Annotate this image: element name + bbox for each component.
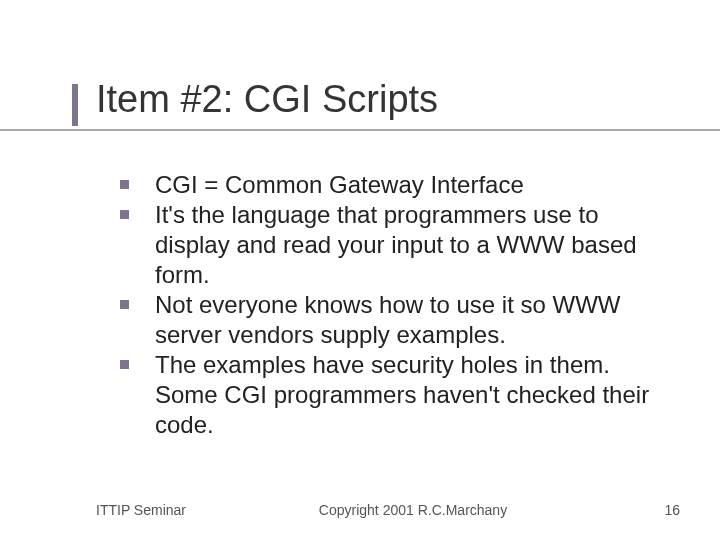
square-bullet-icon [120, 300, 129, 309]
list-item: It's the language that programmers use t… [120, 200, 660, 290]
bullet-text: CGI = Common Gateway Interface [155, 170, 524, 200]
content-area: CGI = Common Gateway Interface It's the … [120, 170, 660, 440]
list-item: Not everyone knows how to use it so WWW … [120, 290, 660, 350]
slide: Item #2: CGI Scripts CGI = Common Gatewa… [0, 0, 720, 540]
title-accent-bar [72, 84, 78, 126]
bullet-text: The examples have security holes in them… [155, 350, 660, 440]
square-bullet-icon [120, 180, 129, 189]
slide-number: 16 [640, 502, 680, 518]
slide-title: Item #2: CGI Scripts [96, 78, 680, 127]
footer: ITTIP Seminar Copyright 2001 R.C.Marchan… [0, 502, 720, 518]
list-item: CGI = Common Gateway Interface [120, 170, 660, 200]
bullet-text: It's the language that programmers use t… [155, 200, 660, 290]
square-bullet-icon [120, 210, 129, 219]
square-bullet-icon [120, 360, 129, 369]
title-underline [0, 129, 720, 131]
list-item: The examples have security holes in them… [120, 350, 660, 440]
bullet-text: Not everyone knows how to use it so WWW … [155, 290, 660, 350]
title-area: Item #2: CGI Scripts [96, 78, 680, 127]
footer-left: ITTIP Seminar [96, 502, 186, 518]
footer-center: Copyright 2001 R.C.Marchany [186, 502, 640, 518]
